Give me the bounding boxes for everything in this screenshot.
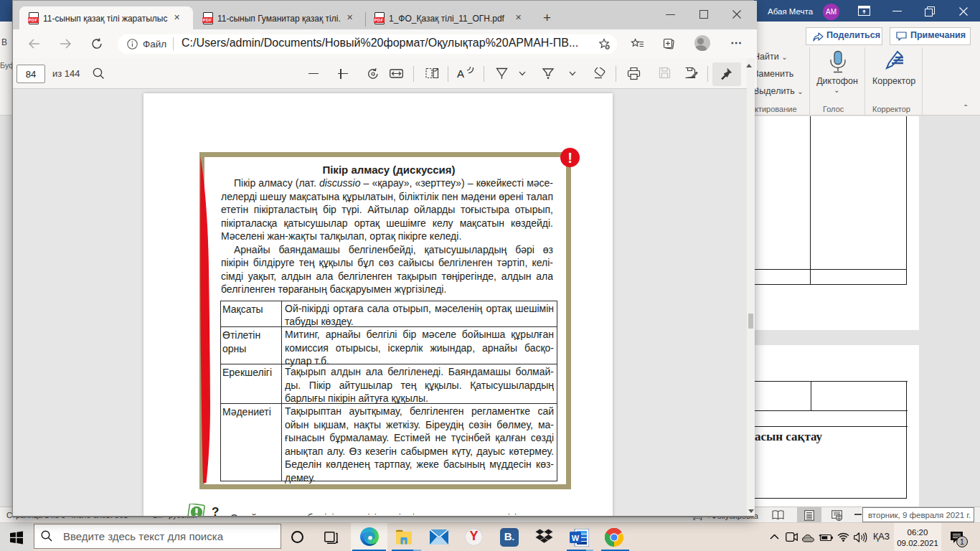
- svg-text:W: W: [572, 534, 580, 542]
